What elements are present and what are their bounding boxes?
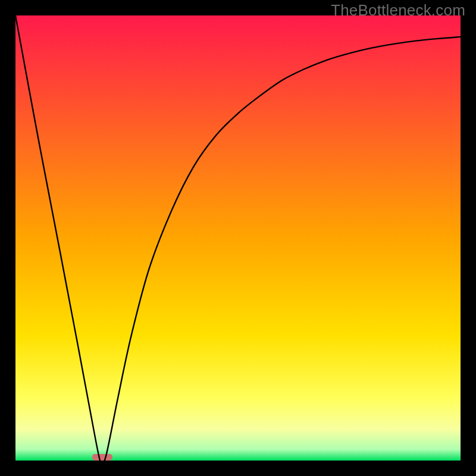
chart-frame: TheBottleneck.com bbox=[0, 0, 476, 476]
plot-area bbox=[15, 15, 461, 461]
gradient-background bbox=[15, 15, 461, 461]
watermark-text: TheBottleneck.com bbox=[331, 1, 465, 20]
optimal-marker bbox=[92, 454, 112, 461]
bottleneck-chart bbox=[15, 15, 461, 461]
